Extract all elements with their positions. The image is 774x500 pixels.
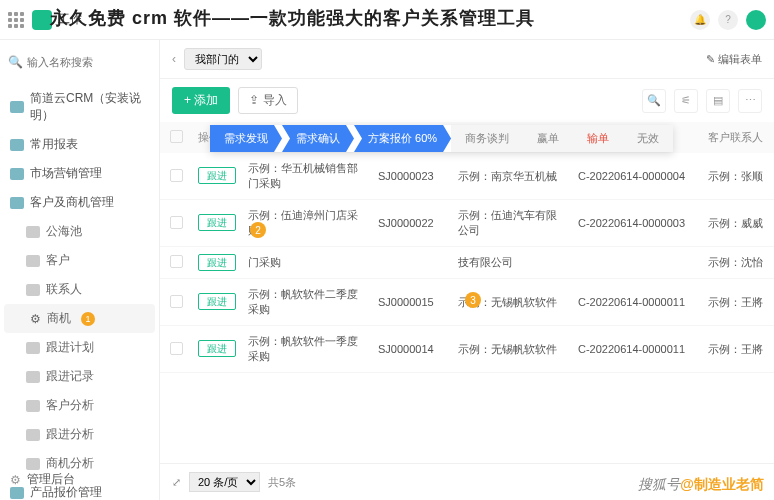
edit-form-button[interactable]: ✎ 编辑表单: [706, 52, 762, 67]
checkbox[interactable]: [170, 342, 183, 355]
sidebar: 🔍 新建 简道云CRM（安装说明）常用报表市场营销管理客户及商机管理公海池客户联…: [0, 40, 160, 500]
back-icon[interactable]: ‹: [172, 52, 176, 66]
expand-icon[interactable]: ⤢: [172, 476, 181, 489]
admin-link[interactable]: ⚙ 管理后台: [0, 465, 85, 494]
sidebar-item[interactable]: 常用报表: [0, 130, 159, 159]
badge-2: 2: [250, 222, 266, 238]
folder-icon: [10, 139, 24, 151]
sidebar-item[interactable]: 客户及商机管理: [0, 188, 159, 217]
sidebar-item-label: 跟进记录: [46, 368, 94, 385]
item-icon: [26, 342, 40, 354]
sidebar-item[interactable]: ⚙商机1: [4, 304, 155, 333]
checkbox[interactable]: [170, 295, 183, 308]
table-row[interactable]: 跟进示例：华五机械销售部门采购SJ0000023示例：南京华五机械C-20220…: [160, 153, 774, 200]
column-icon[interactable]: ▤: [706, 89, 730, 113]
checkbox-all[interactable]: [170, 130, 183, 143]
gear-icon: ⚙: [10, 473, 21, 487]
help-icon[interactable]: ?: [718, 10, 738, 30]
gear-icon: ⚙: [30, 312, 41, 326]
sidebar-item-label: 客户及商机管理: [30, 194, 114, 211]
view-select[interactable]: 我部门的: [184, 48, 262, 70]
pipeline-stage[interactable]: 方案报价 60%: [354, 125, 451, 152]
logo-icon: [32, 10, 52, 30]
folder-icon: [10, 101, 24, 113]
pipeline-stage[interactable]: 商务谈判: [451, 125, 523, 152]
item-icon: [26, 400, 40, 412]
watermark: 搜狐号@制造业老简: [638, 476, 764, 494]
item-icon: [26, 226, 40, 238]
follow-button[interactable]: 跟进: [198, 214, 236, 231]
search-icon: 🔍: [8, 55, 23, 69]
table-row[interactable]: 跟进示例：帆软软件一季度采购SJ0000014示例：无锡帆软软件C-202206…: [160, 326, 774, 373]
item-icon: [26, 429, 40, 441]
sidebar-item-label: 客户分析: [46, 397, 94, 414]
sidebar-item[interactable]: 客户: [0, 246, 159, 275]
sidebar-item-label: 简道云CRM（安装说明）: [30, 90, 149, 124]
item-icon: [26, 371, 40, 383]
search-input[interactable]: [27, 56, 160, 68]
follow-button[interactable]: 跟进: [198, 167, 236, 184]
sidebar-item-label: 客户: [46, 252, 70, 269]
filter-icon[interactable]: ⚟: [674, 89, 698, 113]
table-row[interactable]: 跟进门采购技有限公司示例：沈怡赢单: [160, 247, 774, 279]
follow-button[interactable]: 跟进: [198, 254, 236, 271]
pipeline-stage[interactable]: 无效: [623, 125, 673, 152]
folder-icon: [10, 168, 24, 180]
folder-icon: [10, 197, 24, 209]
pipeline-stage[interactable]: 输单: [573, 125, 623, 152]
item-icon: [26, 284, 40, 296]
sidebar-item[interactable]: 市场营销管理: [0, 159, 159, 188]
checkbox[interactable]: [170, 216, 183, 229]
add-button[interactable]: + 添加: [172, 87, 230, 114]
follow-button[interactable]: 跟进: [198, 293, 236, 310]
sidebar-item[interactable]: 简道云CRM（安装说明）: [0, 84, 159, 130]
sidebar-item[interactable]: 公海池: [0, 217, 159, 246]
sidebar-item-label: 常用报表: [30, 136, 78, 153]
page-title: 永久免费 crm 软件——一款功能强大的客户关系管理工具: [50, 6, 535, 30]
checkbox[interactable]: [170, 169, 183, 182]
avatar[interactable]: [746, 10, 766, 30]
item-icon: [26, 255, 40, 267]
sidebar-item[interactable]: 联系人: [0, 275, 159, 304]
apps-icon[interactable]: [8, 12, 24, 28]
badge-3: 3: [465, 292, 481, 308]
sidebar-item[interactable]: 跟进记录: [0, 362, 159, 391]
sidebar-item-label: 商机: [47, 310, 71, 327]
badge-icon: 1: [81, 312, 95, 326]
sidebar-item[interactable]: 跟进分析: [0, 420, 159, 449]
sidebar-item-label: 市场营销管理: [30, 165, 102, 182]
import-button[interactable]: ⇪ 导入: [238, 87, 297, 114]
pagesize-select[interactable]: 20 条/页: [189, 472, 260, 492]
search-action-icon[interactable]: 🔍: [642, 89, 666, 113]
sidebar-item-label: 跟进分析: [46, 426, 94, 443]
checkbox[interactable]: [170, 255, 183, 268]
sidebar-item-label: 联系人: [46, 281, 82, 298]
pipeline-stage[interactable]: 赢单: [523, 125, 573, 152]
sidebar-item[interactable]: 跟进计划: [0, 333, 159, 362]
follow-button[interactable]: 跟进: [198, 340, 236, 357]
sidebar-item-label: 公海池: [46, 223, 82, 240]
pipeline-stage[interactable]: 需求确认: [282, 125, 354, 152]
sidebar-item-label: 跟进计划: [46, 339, 94, 356]
pipeline-stage[interactable]: 需求发现: [210, 125, 282, 152]
notification-icon[interactable]: 🔔: [690, 10, 710, 30]
more-icon[interactable]: ⋯: [738, 89, 762, 113]
total-count: 共5条: [268, 475, 296, 490]
pipeline: 需求发现需求确认方案报价 60%商务谈判赢单输单无效: [210, 125, 673, 152]
sidebar-item[interactable]: 客户分析: [0, 391, 159, 420]
